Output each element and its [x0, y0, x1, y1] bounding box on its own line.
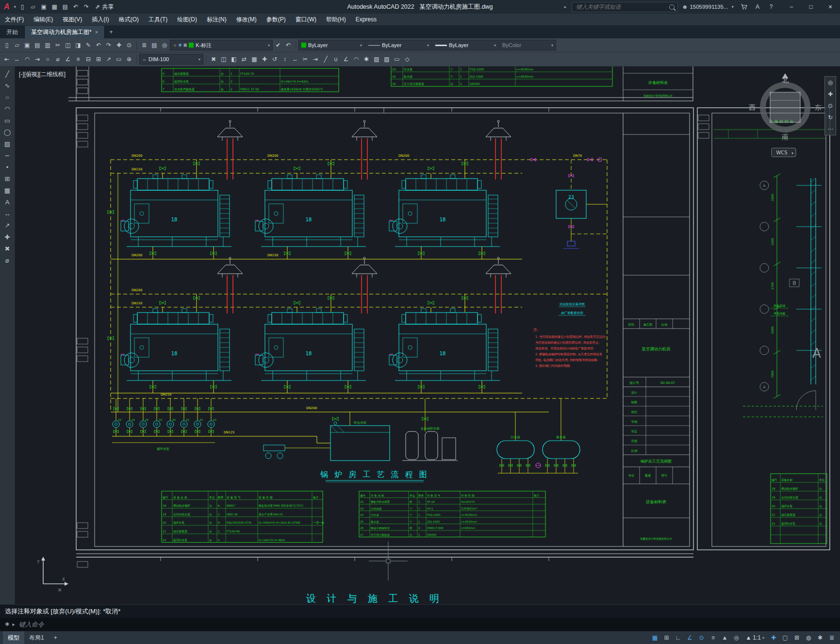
trim-icon[interactable]: ✂ — [300, 54, 310, 64]
zoom-icon[interactable]: ⊙ — [825, 100, 836, 112]
menu-edit[interactable]: 编辑(E) — [29, 14, 58, 25]
dim-ordinate-icon[interactable]: ⇥ — [33, 54, 42, 64]
layer-properties-icon[interactable]: ≣ — [139, 40, 149, 50]
menu-view[interactable]: 视图(V) — [58, 14, 87, 25]
annotation-scale-button[interactable]: ▲ 1:1 ▾ — [742, 634, 767, 641]
menu-insert[interactable]: 插入(I) — [87, 14, 114, 25]
wcs-button[interactable]: WCS▾ — [772, 148, 796, 157]
paste-icon[interactable]: ◨ — [73, 40, 83, 50]
annotation-visibility-icon[interactable]: ▲ — [719, 633, 730, 643]
layer-combo[interactable]: ☼✻⊠ K-标注 ▾ — [170, 40, 273, 50]
leader-icon[interactable]: ↗ — [1, 220, 13, 231]
layer-lock-icon[interactable]: ⊠ — [183, 43, 187, 48]
layer-previous-icon[interactable]: ↶ — [283, 40, 293, 50]
lineweight-icon[interactable]: ≡ — [708, 633, 718, 643]
join-icon[interactable]: ∪ — [331, 54, 341, 64]
fillet-icon[interactable]: ◠ — [351, 54, 361, 64]
text-icon[interactable]: A — [1, 197, 13, 208]
plot-style-combo[interactable]: ByColor ▾ — [499, 40, 556, 50]
extend-icon[interactable]: ⇥ — [311, 54, 320, 64]
customize-menu-icon[interactable]: ≣ — [826, 633, 837, 643]
region-icon[interactable]: ◇ — [402, 54, 412, 64]
add-layout-button[interactable]: + — [49, 631, 62, 644]
open-folder-icon[interactable]: ▱ — [28, 2, 38, 12]
gradient-icon[interactable]: ▧ — [382, 54, 392, 64]
snap-icon[interactable]: ⊞ — [661, 633, 672, 643]
match-properties-icon[interactable]: ✎ — [83, 40, 93, 50]
command-input[interactable]: ✱▸ 键入命令 — [0, 618, 840, 631]
circle-tool-icon[interactable]: ○ — [1, 92, 13, 103]
stretch-icon[interactable]: ↔ — [290, 54, 300, 64]
hatch-icon[interactable]: ▨ — [372, 54, 381, 64]
menu-help[interactable]: 帮助(H) — [321, 14, 351, 25]
dim-leader-icon[interactable]: ↗ — [104, 54, 114, 64]
layer-states-icon[interactable]: ▤ — [149, 40, 159, 50]
break-icon[interactable]: ╱ — [321, 54, 330, 64]
full-navigation-wheel-icon[interactable]: ◎ — [825, 77, 836, 88]
search-input[interactable] — [575, 3, 666, 10]
showmotion-icon[interactable]: ⋯ — [825, 123, 836, 135]
spline-tool-icon[interactable]: ∽ — [1, 150, 13, 161]
chamfer-icon[interactable]: ∠ — [341, 54, 351, 64]
cmd-prompt-icon[interactable]: ▸ — [12, 621, 15, 627]
dim-style-combo[interactable]: ↔ DIM-100 ▾ — [139, 54, 203, 65]
share-button[interactable]: ⇗ 共享 — [91, 3, 117, 11]
pan-realtime-icon[interactable]: ✚ — [114, 40, 124, 50]
cad-drawing[interactable]: 设备材料表某建筑设计研究院有限公司5稳压膨胀器台1FT100-706疏用补水泵台… — [15, 66, 840, 604]
cmd-customize-icon[interactable]: ✱ — [5, 621, 9, 627]
measure-icon[interactable]: ⌀ — [1, 255, 13, 266]
app-menu-chevron-icon[interactable]: ▾ — [13, 4, 18, 9]
copy-icon[interactable]: ◫ — [219, 54, 229, 64]
dim-baseline-icon[interactable]: ⊟ — [83, 54, 93, 64]
menu-modify[interactable]: 修改(M) — [231, 14, 262, 25]
zoom-realtime-icon[interactable]: ⊙ — [124, 40, 134, 50]
offset-icon[interactable]: ⇄ — [239, 54, 249, 64]
point-tool-icon[interactable]: • — [1, 162, 13, 173]
layer-on-icon[interactable]: ☼ — [173, 43, 177, 48]
explode-icon[interactable]: ✱ — [362, 54, 371, 64]
table-icon[interactable]: ▦ — [1, 185, 13, 196]
command-history[interactable]: 选择注释对象或 [放弃(U)/模式(M)]: *取消* — [0, 604, 840, 618]
plot-icon[interactable]: ▤ — [33, 40, 42, 50]
cut-icon[interactable]: ✂ — [53, 40, 63, 50]
menu-tools[interactable]: 工具(T) — [144, 14, 172, 25]
plot-icon[interactable]: ▤ — [60, 2, 70, 12]
erase-icon[interactable]: ✖ — [1, 243, 13, 254]
lock-ui-icon[interactable]: ⊠ — [791, 633, 802, 643]
search-icon[interactable] — [669, 4, 675, 10]
layer-isolate-icon[interactable]: ◎ — [160, 40, 169, 50]
save-icon[interactable]: ▣ — [39, 2, 49, 12]
arc-tool-icon[interactable]: ◠ — [1, 103, 13, 115]
osnap-icon[interactable]: ⊙ — [696, 633, 707, 643]
dim-arc-icon[interactable]: ◠ — [22, 54, 32, 64]
grid-icon[interactable]: ▦ — [649, 633, 660, 643]
tab-start[interactable]: 开始 — [0, 26, 25, 38]
boundary-icon[interactable]: ▭ — [392, 54, 402, 64]
make-current-icon[interactable]: ✔ — [273, 40, 283, 50]
insert-block-icon[interactable]: ⊞ — [1, 173, 13, 184]
qnew-icon[interactable]: ▯ — [2, 40, 12, 50]
maximize-button[interactable]: □ — [801, 0, 821, 14]
menu-file[interactable]: 文件(F) — [0, 14, 29, 25]
new-file-icon[interactable]: ▯ — [17, 2, 27, 12]
menu-express[interactable]: Express — [351, 14, 381, 25]
drawing-canvas[interactable]: [-][俯视][二维线框] ◎✚⊙↻⋯ 设备材料表某建筑设计研究院有限公司5稳压… — [15, 66, 840, 604]
help-icon[interactable]: ? — [766, 2, 776, 12]
annoscale-sync-icon[interactable]: ◎ — [731, 633, 741, 643]
dim-tolerance-icon[interactable]: ▭ — [114, 54, 124, 64]
line-tool-icon[interactable]: ╱ — [1, 68, 13, 80]
publish-icon[interactable]: ▥ — [43, 40, 52, 50]
ellipse-tool-icon[interactable]: ◯ — [1, 127, 13, 138]
save-doc-icon[interactable]: ▣ — [22, 40, 32, 50]
object-color-combo[interactable]: ByLayer ▾ — [298, 40, 365, 50]
move-icon[interactable]: ✚ — [260, 54, 269, 64]
new-tab-button[interactable]: + — [105, 26, 117, 38]
minimize-button[interactable]: – — [782, 0, 801, 14]
rotate-icon[interactable]: ↺ — [270, 54, 280, 64]
undo-icon[interactable]: ↶ — [94, 40, 103, 50]
dim-angular-icon[interactable]: ∠ — [63, 54, 73, 64]
polar-icon[interactable]: ∠ — [684, 633, 695, 643]
hatch-tool-icon[interactable]: ▨ — [1, 138, 13, 149]
rectangle-tool-icon[interactable]: ▭ — [1, 115, 13, 126]
erase-icon[interactable]: ✖ — [209, 54, 218, 64]
